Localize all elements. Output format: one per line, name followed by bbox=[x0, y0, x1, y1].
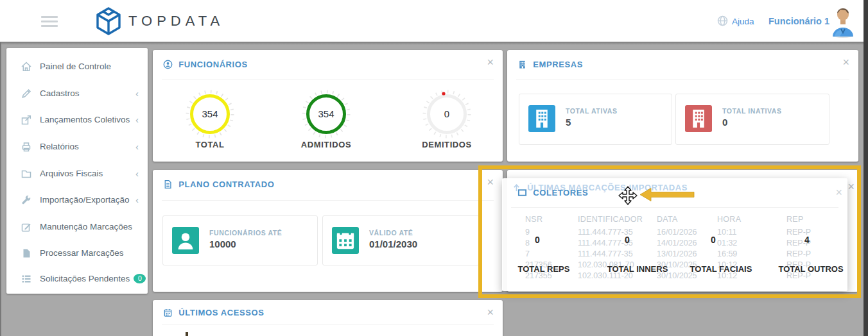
coletores-stat-label: TOTAL FACIAIS bbox=[690, 264, 752, 274]
sidebar-item-arquivos-fiscais[interactable]: Arquivos Fiscais ‹ bbox=[6, 167, 148, 182]
chevron-left-icon: ‹ bbox=[135, 88, 139, 99]
clipped-content-mark bbox=[186, 332, 188, 336]
stat-value: 01/01/2030 bbox=[369, 239, 417, 249]
stat-card-funcionarios-ate: FUNCIONÁRIOS ATÉ 10000 bbox=[162, 215, 318, 265]
sidebar-item-solicitacoes-pendentes[interactable]: Solicitações Pendentes0 bbox=[6, 272, 148, 287]
gauge-value: 0 bbox=[444, 108, 449, 119]
stat-value: 0 bbox=[722, 117, 727, 128]
stat-card-valido-ate: VÁLIDO ATÉ 01/01/2030 bbox=[322, 215, 480, 265]
hamburger-menu-icon[interactable] bbox=[41, 16, 58, 27]
sidebar-item-label: Processar Marcações bbox=[40, 248, 124, 258]
close-icon[interactable]: × bbox=[842, 56, 849, 68]
stat-value: 5 bbox=[566, 117, 571, 128]
chevron-left-icon: ‹ bbox=[135, 194, 139, 205]
sidebar-item-label: Relatórios bbox=[40, 142, 79, 151]
gauge-demitidos: 0 bbox=[419, 87, 474, 142]
divider bbox=[511, 207, 838, 208]
gauge-value: 354 bbox=[202, 108, 218, 119]
share-icon bbox=[21, 114, 32, 126]
building-icon bbox=[685, 105, 712, 132]
sidebar-item-label: Lançamentos Coletivos bbox=[40, 115, 130, 124]
sidebar-item-label: Arquivos Fiscais bbox=[40, 169, 103, 178]
building-icon bbox=[517, 60, 527, 69]
sidebar-item-label: Solicitações Pendentes0 bbox=[40, 274, 146, 283]
card-ultimos-acessos: ÚLTIMOS ACESSOS × bbox=[153, 300, 503, 336]
coletores-stat-value: 0 bbox=[711, 235, 716, 245]
window-icon bbox=[517, 188, 527, 197]
coletores-stat-label: TOTAL OUTROS bbox=[778, 264, 843, 274]
pending-count-badge: 0 bbox=[134, 274, 146, 283]
topdata-logo-text: TOPDATA bbox=[128, 13, 224, 29]
stat-label: TOTAL INATIVAS bbox=[722, 107, 782, 115]
sidebar-item-label: Importação/Exportação bbox=[40, 195, 130, 205]
close-icon[interactable]: × bbox=[487, 56, 494, 68]
gauge-admitidos: 354 bbox=[299, 87, 354, 142]
calendar-icon bbox=[332, 227, 359, 254]
file-text-icon bbox=[163, 180, 173, 189]
user-avatar[interactable] bbox=[828, 4, 858, 38]
coletores-stat-value: 0 bbox=[625, 235, 630, 245]
chevron-left-icon: ‹ bbox=[135, 141, 139, 152]
person-circle-icon bbox=[163, 60, 173, 69]
sidebar-item-processar-marcacoes[interactable]: Processar Marcações bbox=[6, 246, 148, 262]
window-edge-left bbox=[0, 42, 1, 336]
sidebar-item-painel-de-controle[interactable]: Painel de Controle bbox=[6, 60, 148, 75]
sidebar-item-label: Painel de Controle bbox=[40, 62, 111, 71]
coletores-title: COLETORES bbox=[517, 188, 588, 197]
edit-square-icon bbox=[21, 221, 32, 233]
folder-icon bbox=[21, 168, 32, 180]
stat-value: 10000 bbox=[209, 239, 236, 249]
sidebar-item-cadastros[interactable]: Cadastros ‹ bbox=[6, 87, 148, 102]
table-header-row: NSRIDENTIFICADORDATAHORAREP bbox=[502, 215, 847, 224]
move-cursor-icon bbox=[618, 186, 638, 205]
gauge-label-admitidos: ADMITIDOS bbox=[288, 140, 365, 149]
sidebar: Painel de Controle Cadastros ‹ Lançament… bbox=[6, 48, 148, 294]
table-row: 8111.444.777-3514/01/202601:32REP-P bbox=[502, 239, 847, 248]
card-title: ÚLTIMOS ACESSOS bbox=[163, 308, 264, 317]
window-edge-right bbox=[864, 0, 868, 336]
card-title: EMPRESAS bbox=[517, 60, 583, 69]
close-icon[interactable]: × bbox=[487, 307, 494, 318]
gauge-label-total: TOTAL bbox=[171, 140, 248, 149]
card-plano-contratado: PLANO CONTRATADO × FUNCIONÁRIOS ATÉ 1000… bbox=[153, 170, 503, 292]
close-icon[interactable]: × bbox=[835, 187, 842, 198]
home-icon bbox=[21, 61, 32, 72]
stat-label: FUNCIONÁRIOS ATÉ bbox=[209, 229, 282, 237]
stat-card-total-inativas: TOTAL INATIVAS 0 bbox=[675, 94, 829, 145]
help-link[interactable]: Ajuda bbox=[732, 17, 754, 26]
sidebar-item-label: Cadastros bbox=[40, 88, 80, 98]
divider bbox=[162, 200, 494, 201]
sidebar-item-relatorios[interactable]: Relatórios ‹ bbox=[6, 140, 148, 155]
coletores-stat-label: TOTAL REPS bbox=[518, 264, 570, 274]
close-icon[interactable]: × bbox=[487, 176, 494, 188]
coletores-stat-label: TOTAL INNERS bbox=[607, 264, 668, 274]
person-icon bbox=[172, 227, 199, 254]
card-empresas: EMPRESAS × TOTAL ATIVAS 5 TOTAL INATIVAS… bbox=[507, 50, 858, 162]
gauge-label-demitidos: DEMITIDOS bbox=[408, 140, 485, 149]
user-menu[interactable]: Funcionário 1 bbox=[768, 16, 829, 26]
list-icon bbox=[21, 273, 32, 285]
gauge-total: 354 bbox=[182, 87, 238, 142]
app-header: TOPDATA Ajuda Funcionário 1 bbox=[0, 0, 868, 42]
topdata-logo-cube-icon bbox=[94, 6, 123, 36]
building-icon bbox=[528, 105, 555, 132]
divider bbox=[162, 80, 494, 80]
gauge-value: 354 bbox=[318, 108, 334, 119]
dashboard-page: TOPDATA Ajuda Funcionário 1 Painel de Co… bbox=[0, 0, 868, 336]
close-icon[interactable]: × bbox=[847, 181, 855, 192]
sidebar-item-importacao-exportacao[interactable]: Importação/Exportação ‹ bbox=[6, 193, 148, 208]
file-icon bbox=[21, 248, 32, 259]
divider bbox=[162, 324, 494, 324]
stat-label: VÁLIDO ATÉ bbox=[369, 229, 413, 237]
card-funcionarios: FUNCIONÁRIOS × 354 354 0 TOTAL ADMITIDOS… bbox=[153, 50, 503, 162]
pencil-icon bbox=[21, 88, 32, 99]
stat-label: TOTAL ATIVAS bbox=[566, 107, 618, 115]
sidebar-item-manutencao-marcacoes[interactable]: Manutenção Marcações bbox=[6, 220, 148, 235]
wrench-icon bbox=[21, 194, 32, 206]
sidebar-item-lancamentos-coletivos[interactable]: Lançamentos Coletivos ‹ bbox=[6, 113, 148, 128]
card-title: FUNCIONÁRIOS bbox=[163, 60, 248, 69]
calendar-icon bbox=[163, 308, 173, 317]
table-row: 7111.444.777-3513/01/202616:59REP-P bbox=[502, 249, 847, 259]
chevron-left-icon: ‹ bbox=[135, 114, 139, 125]
coletores-stat-value: 4 bbox=[804, 235, 810, 245]
